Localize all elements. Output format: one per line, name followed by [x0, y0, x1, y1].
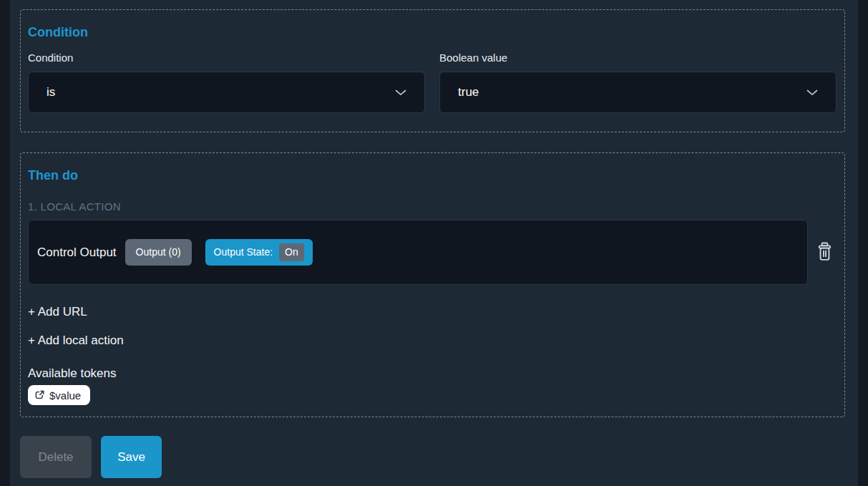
then-do-section-title: Then do	[28, 167, 837, 183]
trash-icon	[816, 242, 833, 263]
output-state-button[interactable]: Output State: On	[205, 239, 313, 266]
boolean-value-select[interactable]: true	[439, 72, 837, 113]
boolean-value-field: Boolean value true	[439, 52, 837, 113]
condition-section: Condition Condition is Boolean value tru…	[20, 9, 845, 132]
save-button[interactable]: Save	[101, 436, 162, 478]
delete-action-button[interactable]	[815, 240, 834, 265]
condition-select-value: is	[47, 85, 55, 99]
token-value-label: $value	[49, 389, 81, 402]
condition-select[interactable]: is	[28, 72, 425, 113]
boolean-value-field-label: Boolean value	[439, 52, 837, 64]
local-action-card[interactable]: Control Output Output (0) Output State: …	[28, 220, 808, 285]
condition-section-title: Condition	[28, 24, 837, 40]
rule-editor: Condition Condition is Boolean value tru…	[10, 0, 858, 486]
condition-field-label: Condition	[28, 52, 425, 64]
delete-button[interactable]: Delete	[20, 436, 92, 478]
boolean-value-select-value: true	[458, 85, 479, 99]
then-do-section: Then do 1. LOCAL ACTION Control Output O…	[20, 152, 845, 417]
condition-field: Condition is	[28, 52, 425, 113]
output-param-button[interactable]: Output (0)	[125, 239, 192, 266]
token-value-chip[interactable]: $value	[28, 385, 90, 405]
action-name: Control Output	[37, 246, 117, 260]
output-state-label: Output State:	[214, 246, 273, 258]
add-local-action-button[interactable]: + Add local action	[28, 333, 124, 348]
add-url-button[interactable]: + Add URL	[28, 304, 87, 319]
condition-fields: Condition is Boolean value true	[28, 52, 837, 113]
local-action-row: Control Output Output (0) Output State: …	[28, 220, 837, 285]
available-tokens-label: Available tokens	[28, 366, 837, 381]
chevron-down-icon	[395, 85, 406, 99]
external-link-icon	[35, 389, 44, 402]
output-state-value: On	[279, 243, 304, 261]
footer-actions: Delete Save	[20, 436, 845, 478]
chevron-down-icon	[806, 85, 818, 99]
local-action-step-label: 1. LOCAL ACTION	[28, 200, 837, 213]
